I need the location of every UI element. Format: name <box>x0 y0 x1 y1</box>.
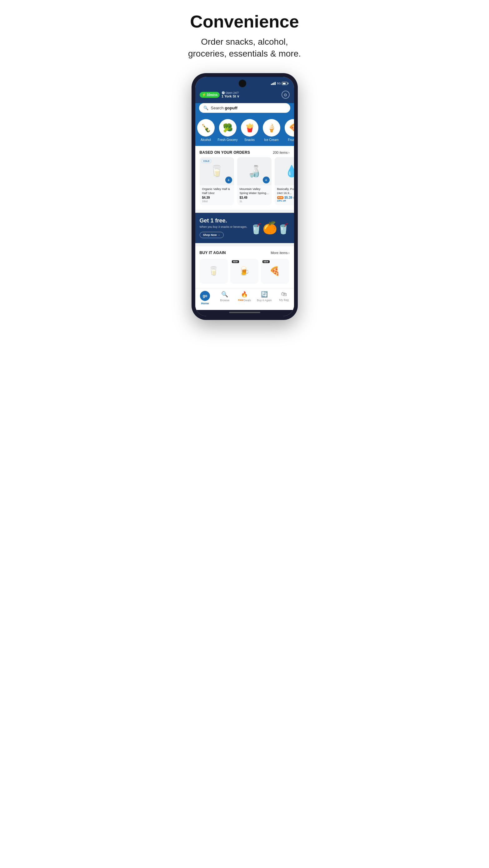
nav-item-my-bag[interactable]: 🛍 My Bag <box>276 291 292 305</box>
clock-icon: 🕐 <box>221 91 225 94</box>
products-row: COLD 🥛 + Organic Valley Half & Half 16oz… <box>195 157 294 210</box>
phone-screen: 5G ⚡ 10mins 🕐 Open 24/7 <box>195 77 294 316</box>
promo-banner: Get 1 free. When you buy 3 snacks or bev… <box>195 213 294 243</box>
nav-label-buy-it-again: Buy it Again <box>257 299 272 302</box>
new-badge-1: NEW <box>232 260 239 263</box>
product-card-1[interactable]: COLD 🥛 + Organic Valley Half & Half 16oz… <box>200 157 234 205</box>
search-section: 🔍 Search gopuff <box>195 103 294 117</box>
promo-text-area: Get 1 free. When you buy 3 snacks or bev… <box>200 218 250 238</box>
promo-products: 🥤 🍊 🥤 <box>250 221 289 235</box>
buy-again-link[interactable]: More items › <box>271 251 289 255</box>
delivery-info: ⚡ 10mins 🕐 Open 24/7 1 York St ∨ <box>200 91 239 98</box>
camera-notch <box>239 80 246 87</box>
cold-badge: COLD <box>202 159 212 163</box>
product-price-1: $4.39 <box>202 196 232 199</box>
delivery-badge: ⚡ 10mins <box>200 92 220 98</box>
category-item-ice-cream[interactable]: 🍦 Ice Cream <box>261 119 282 142</box>
battery-icon <box>282 82 287 85</box>
fam-deals-icon: 🔥 <box>241 291 248 298</box>
signal-icon <box>271 82 276 85</box>
page-subtitle: Order snacks, alcohol,groceries, essenti… <box>188 36 301 60</box>
search-placeholder: Search gopuff <box>211 105 238 110</box>
nav-label-browse: Browse <box>220 299 230 302</box>
based-on-orders-header: BASED ON YOUR ORDERS 200 items › <box>195 146 294 157</box>
home-indicator <box>195 310 294 316</box>
category-image-snacks: 🍟 <box>241 119 258 136</box>
delivery-time: 10mins <box>207 93 217 97</box>
based-on-orders-link[interactable]: 200 items › <box>273 151 289 154</box>
buy-again-card-3[interactable]: NEW 🍕 <box>261 259 289 284</box>
product-image-2: 🍶 + <box>237 157 272 185</box>
category-image-ice-cream: 🍦 <box>263 119 280 136</box>
address[interactable]: 1 York St ∨ <box>221 94 239 98</box>
buy-again-row: 🥛 NEW 🍺 NEW 🍕 <box>195 257 294 287</box>
original-price: $5.9 <box>293 196 294 199</box>
product-image-1: COLD 🥛 + <box>200 157 234 185</box>
product-image-3: 💧 <box>275 157 294 185</box>
buy-again-section: BUY IT AGAIN More items › 🥛 NEW 🍺 NEW <box>195 246 294 288</box>
browse-icon: 🔍 <box>221 291 228 298</box>
fam-badge: FAM <box>277 196 284 199</box>
buy-it-again-icon: 🔄 <box>261 291 268 298</box>
category-item-frozen[interactable]: 🍕 Froze... <box>283 119 294 142</box>
promo-shop-now-button[interactable]: Shop Now → <box>200 232 224 238</box>
product-card-2[interactable]: 🍶 + Mountain Valley Spring Water Spring.… <box>237 157 272 205</box>
add-to-cart-button-2[interactable]: + <box>263 177 270 183</box>
product-info-1: Organic Valley Half & Half 16oz $4.39 16… <box>200 185 234 205</box>
promo-subtext: When you buy 3 snacks or beverages. <box>200 225 250 228</box>
chevron-down-icon: ∨ <box>237 94 239 98</box>
profile-icon[interactable]: ⊙ <box>281 91 289 99</box>
add-to-cart-button-1[interactable]: + <box>225 177 232 183</box>
category-label-snacks: Snacks <box>244 138 255 142</box>
search-bar[interactable]: 🔍 Search gopuff <box>199 103 290 113</box>
main-content: BASED ON YOUR ORDERS 200 items › COLD 🥛 … <box>195 146 294 310</box>
product-size-1: 16oz <box>202 200 232 203</box>
store-info: 🕐 Open 24/7 1 York St ∨ <box>221 91 239 98</box>
nav-item-buy-it-again[interactable]: 🔄 Buy it Again <box>256 291 272 305</box>
category-image-alcohol: 🍾 <box>197 119 215 136</box>
nav-label-home: Home <box>201 302 209 305</box>
my-bag-icon: 🛍 <box>281 291 287 298</box>
nav-item-home[interactable]: go Home <box>197 291 213 305</box>
category-item-fresh-grocery[interactable]: 🥦 Fresh Grocery <box>217 119 238 142</box>
buy-again-card-1[interactable]: 🥛 <box>200 259 228 284</box>
open-label: 🕐 Open 24/7 <box>221 91 239 94</box>
product-name-3: Basically, Purifi Water 24ct 16.9... <box>277 187 294 195</box>
nav-item-fam-deals[interactable]: 🔥 FAM Deals <box>236 291 252 305</box>
discount-text: 10% off <box>277 199 294 202</box>
based-on-orders-title: BASED ON YOUR ORDERS <box>200 150 250 155</box>
nav-label-fam-deals: FAM Deals <box>238 299 251 302</box>
product-name-2: Mountain Valley Spring Water Spring... <box>240 187 269 195</box>
open-text: Open 24/7 <box>225 91 239 94</box>
fam-price-value: $5.39 <box>284 196 292 199</box>
categories-section: 🍾 Alcohol 🥦 Fresh Grocery 🍟 Snacks 🍦 Ice… <box>195 117 294 146</box>
product-price-2: $3.49 <box>240 196 269 199</box>
buy-again-title: BUY IT AGAIN <box>200 251 226 255</box>
product-card-3[interactable]: 💧 Basically, Purifi Water 24ct 16.9... F… <box>275 157 294 205</box>
category-image-fresh-grocery: 🥦 <box>219 119 237 136</box>
category-label-alcohol: Alcohol <box>201 138 211 142</box>
category-label-fresh-grocery: Fresh Grocery <box>218 138 238 142</box>
page-headline: Convenience <box>190 12 299 31</box>
nav-item-browse[interactable]: 🔍 Browse <box>217 291 233 305</box>
new-badge-2: NEW <box>263 260 270 263</box>
phone-frame: 5G ⚡ 10mins 🕐 Open 24/7 <box>191 73 298 320</box>
status-right: 5G <box>271 82 287 85</box>
product-info-2: Mountain Valley Spring Water Spring... $… <box>237 185 272 205</box>
status-bar: 5G <box>195 77 294 88</box>
network-label: 5G <box>277 82 281 85</box>
app-header: ⚡ 10mins 🕐 Open 24/7 1 York St ∨ ⊙ <box>195 88 294 103</box>
product-size-2: 1L <box>240 200 269 203</box>
lightning-icon: ⚡ <box>202 93 206 97</box>
home-icon: go <box>200 291 210 301</box>
product-info-3: Basically, Purifi Water 24ct 16.9... FAM… <box>275 185 294 205</box>
brand-name: gopuff <box>225 105 237 110</box>
category-item-alcohol[interactable]: 🍾 Alcohol <box>195 119 217 142</box>
buy-again-card-2[interactable]: NEW 🍺 <box>230 259 258 284</box>
bottom-nav: go Home 🔍 Browse 🔥 FAM Deals 🔄 Buy it Ag… <box>195 288 294 310</box>
promo-headline: Get 1 free. <box>200 218 250 224</box>
product-name-1: Organic Valley Half & Half 16oz <box>202 187 232 195</box>
category-item-snacks[interactable]: 🍟 Snacks <box>239 119 260 142</box>
category-label-ice-cream: Ice Cream <box>264 138 278 142</box>
buy-again-header: BUY IT AGAIN More items › <box>195 246 294 257</box>
